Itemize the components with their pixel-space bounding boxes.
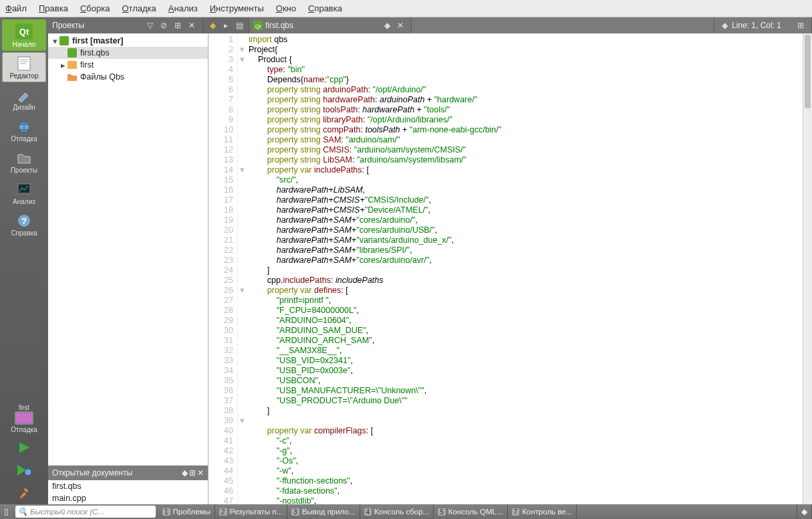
updown-icon[interactable]: ◆ — [719, 19, 731, 31]
qt-logo-icon: Qt — [15, 23, 33, 39]
open-doc-item[interactable]: main.cpp — [48, 492, 208, 504]
filter-icon[interactable]: ▽ — [144, 19, 156, 31]
mode-editor-label: Редактор — [9, 72, 38, 80]
debug-run-button[interactable] — [8, 461, 40, 480]
mode-projects[interactable]: Проекты — [2, 146, 46, 177]
mode-design[interactable]: Дизайн — [2, 84, 46, 114]
cursor-position[interactable]: ◆ Line: 1, Col: 1 ⊞ — [714, 17, 812, 33]
kit-name: first — [4, 404, 44, 411]
svg-rect-17 — [67, 48, 77, 58]
qbs-file-icon: Qt — [253, 21, 263, 30]
dropdown-icon[interactable]: ◆ — [381, 19, 393, 31]
editor-icon — [16, 56, 32, 71]
bug-icon — [16, 119, 32, 134]
expand-arrow-icon[interactable]: ▾ — [51, 36, 59, 46]
vertical-scrollbar[interactable] — [803, 33, 812, 504]
svg-rect-18 — [67, 61, 77, 69]
projects-pane-header[interactable]: Проекты ▽ ⊘ ⊞ ✕ — [48, 17, 203, 33]
file-tab[interactable]: Qt first.qbs ◆ ✕ — [249, 17, 412, 33]
tree-folder-qbsfiles[interactable]: Файлы Qbs — [48, 71, 208, 83]
project-pane: ▾ first [master] first.qbs ▸ first — [48, 33, 209, 504]
build-button[interactable] — [8, 484, 40, 502]
nav-back-icon[interactable]: ◆ — [207, 19, 219, 31]
open-docs-label: Открытые документы — [52, 468, 132, 478]
output-pane-bar: ▯ 🔍 Быстрый поиск (C... 1Проблемы2Резуль… — [0, 504, 812, 519]
projects-pane-label: Проекты — [52, 21, 84, 30]
svg-text:?: ? — [21, 216, 27, 226]
locator-search[interactable]: 🔍 Быстрый поиск (C... — [15, 506, 156, 518]
output-pane-3[interactable]: 3Вывод прило... — [287, 504, 360, 519]
mode-help[interactable]: ? Справка — [2, 209, 46, 239]
bookmark-icon[interactable]: ▤ — [233, 19, 245, 31]
kit-selector[interactable]: first Отладка — [4, 401, 44, 436]
mode-start-label: Начало — [13, 41, 36, 48]
folder-icon — [16, 150, 32, 165]
mode-design-label: Дизайн — [13, 104, 35, 111]
search-placeholder: Быстрый поиск (C... — [30, 508, 104, 516]
svg-rect-10 — [18, 184, 30, 193]
file-tab-label: first.qbs — [265, 21, 293, 30]
play-icon — [17, 440, 31, 455]
editor-toolbar: Проекты ▽ ⊘ ⊞ ✕ ◆ ▸ ▤ Qt first.qbs ◆ ✕ — [48, 17, 812, 33]
qbs-file-icon — [67, 48, 78, 58]
tree-file-qbs[interactable]: first.qbs — [48, 47, 208, 59]
line-gutter: 1234567891011121314151617181920212223242… — [209, 33, 238, 504]
output-pane-1[interactable]: 1Проблемы — [158, 504, 215, 519]
mode-editor[interactable]: Редактор — [2, 52, 46, 82]
mode-analyze-label: Анализ — [13, 198, 35, 205]
output-pane-2[interactable]: 2Результаты п... — [215, 504, 287, 519]
link-icon[interactable]: ⊘ — [158, 19, 170, 31]
project-icon — [59, 36, 70, 45]
run-button[interactable] — [8, 438, 40, 457]
menubar: ФайлПравкаСборкаОтладкаАнализИнструменты… — [0, 0, 812, 17]
tree-root[interactable]: ▾ first [master] — [48, 35, 208, 47]
scrollbar-thumb[interactable] — [805, 35, 811, 108]
menu-Инструменты[interactable]: Инструменты — [210, 3, 264, 13]
split-icon[interactable]: ⊞ — [189, 468, 196, 478]
design-icon — [16, 88, 32, 102]
open-docs-header[interactable]: Открытые документы ◆ ⊞ ✕ — [48, 465, 208, 480]
menu-Отладка[interactable]: Отладка — [122, 3, 156, 13]
tree-folder-label: first — [80, 60, 94, 70]
menu-Анализ[interactable]: Анализ — [168, 3, 198, 13]
svg-text:Qt: Qt — [255, 23, 261, 29]
analyze-icon — [16, 182, 32, 197]
menu-Сборка[interactable]: Сборка — [80, 3, 110, 13]
split-icon[interactable]: ⊞ — [172, 19, 184, 31]
mode-debug[interactable]: Отладка — [2, 115, 46, 145]
svg-rect-16 — [59, 36, 69, 45]
open-docs-list: first.qbsmain.cpp — [48, 480, 208, 504]
updown-icon[interactable]: ◆ — [182, 468, 188, 478]
updown-icon[interactable]: ◆ — [797, 504, 812, 519]
svg-text:Qt: Qt — [19, 27, 29, 37]
output-pane-7[interactable]: 7Контроль ве... — [508, 504, 577, 519]
code-area[interactable]: import qbs Project{ Product { type: "bin… — [246, 33, 803, 504]
close-icon[interactable]: ✕ — [197, 468, 204, 478]
mode-start[interactable]: Qt Начало — [2, 19, 46, 51]
output-pane-4[interactable]: 4Консоль сбор... — [360, 504, 434, 519]
tree-file-label: first.qbs — [80, 48, 110, 58]
tree-folder2-label: Файлы Qbs — [80, 72, 124, 82]
mode-analyze[interactable]: Анализ — [2, 178, 46, 208]
menu-Файл[interactable]: Файл — [5, 3, 27, 13]
expand-icon[interactable]: ⊞ — [795, 19, 807, 31]
mode-debug-label: Отладка — [11, 135, 37, 142]
fold-gutter[interactable]: ▾▾ ▾ ▾ ▾ — [238, 33, 246, 504]
open-doc-item[interactable]: first.qbs — [48, 480, 208, 492]
menu-Справка[interactable]: Справка — [308, 3, 342, 13]
menu-Правка[interactable]: Правка — [39, 3, 68, 13]
close-pane-icon[interactable]: ✕ — [186, 19, 198, 31]
toggle-sidebar-icon[interactable]: ▯ — [0, 504, 13, 519]
code-editor[interactable]: 1234567891011121314151617181920212223242… — [209, 33, 812, 504]
nav-fwd-icon[interactable]: ▸ — [220, 19, 232, 31]
menu-Окно[interactable]: Окно — [276, 3, 296, 13]
expand-arrow-icon[interactable]: ▸ — [59, 60, 67, 70]
close-tab-icon[interactable]: ✕ — [394, 19, 406, 31]
folder-icon — [67, 72, 78, 82]
hammer-icon — [17, 486, 31, 500]
kit-mode: Отладка — [4, 426, 44, 433]
play-debug-icon — [15, 463, 33, 478]
project-tree[interactable]: ▾ first [master] first.qbs ▸ first — [48, 33, 208, 465]
output-pane-5[interactable]: 5Консоль QML... — [434, 504, 507, 519]
tree-folder-first[interactable]: ▸ first — [48, 59, 208, 71]
